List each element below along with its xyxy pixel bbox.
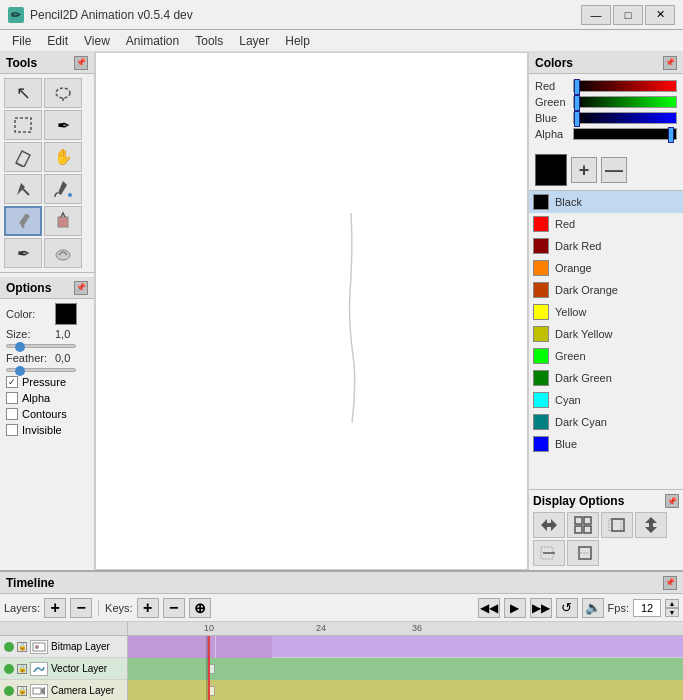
color-item-cyan[interactable]: Cyan — [529, 389, 683, 411]
menu-help[interactable]: Help — [277, 32, 318, 50]
svg-point-5 — [68, 193, 72, 197]
layer-names: 🔒 Bitmap Layer 🔒 Vector Layer 🔒 — [0, 622, 128, 700]
next-onion-button[interactable] — [567, 540, 599, 566]
add-layer-button[interactable]: + — [44, 598, 66, 618]
color-preview-swatch[interactable] — [535, 154, 567, 186]
playhead[interactable] — [208, 636, 210, 700]
pencil-tool-btn[interactable] — [4, 206, 42, 236]
alpha-knob[interactable] — [668, 127, 674, 143]
feather-slider[interactable] — [6, 368, 76, 372]
color-item-darkorange[interactable]: Dark Orange — [529, 279, 683, 301]
remove-color-button[interactable]: — — [601, 157, 627, 183]
red-knob[interactable] — [574, 79, 580, 95]
alpha-checkbox[interactable] — [6, 392, 18, 404]
contours-checkbox[interactable] — [6, 408, 18, 420]
remove-layer-button[interactable]: − — [70, 598, 92, 618]
camera-layer-visibility[interactable] — [4, 686, 14, 696]
hand-tool-btn[interactable]: ✋ — [44, 142, 82, 172]
menu-animation[interactable]: Animation — [118, 32, 187, 50]
pen-tool-btn[interactable] — [4, 174, 42, 204]
prev-onion-button[interactable] — [533, 540, 565, 566]
minimize-button[interactable]: — — [581, 5, 611, 25]
camera-layer-lock[interactable]: 🔒 — [17, 686, 27, 696]
pressure-checkbox[interactable] — [6, 376, 18, 388]
fps-input[interactable] — [633, 599, 661, 617]
bitmap-layer-lock[interactable]: 🔒 — [17, 642, 27, 652]
layer-row-camera[interactable]: 🔒 Camera Layer — [0, 680, 127, 700]
tools-pin[interactable]: 📌 — [74, 56, 88, 70]
color-item-blue[interactable]: Blue — [529, 433, 683, 455]
blue-knob[interactable] — [574, 111, 580, 127]
red-slider[interactable] — [573, 80, 677, 92]
frame-num-36: 36 — [412, 623, 422, 633]
grid-button[interactable] — [567, 512, 599, 538]
select-tool-btn[interactable]: ↖ — [4, 78, 42, 108]
menu-layer[interactable]: Layer — [231, 32, 277, 50]
timeline-frames[interactable]: 10 24 36 — [128, 622, 683, 700]
color-swatch[interactable] — [55, 303, 77, 325]
flip-h-button[interactable] — [533, 512, 565, 538]
options-pin[interactable]: 📌 — [74, 281, 88, 295]
sound-button[interactable]: 🔈 — [582, 598, 604, 618]
duplicate-key-button[interactable]: ⊕ — [189, 598, 211, 618]
fast-play-button[interactable]: ▶▶ — [530, 598, 552, 618]
color-pick-tool-btn[interactable]: ✒ — [4, 238, 42, 268]
main-layout: Tools 📌 ↖ ✒ ✋ — [0, 52, 683, 570]
onion-button[interactable] — [601, 512, 633, 538]
color-item-darkcyan[interactable]: Dark Cyan — [529, 411, 683, 433]
smudge-tool-btn[interactable] — [44, 238, 82, 268]
size-slider[interactable] — [6, 344, 76, 348]
menu-edit[interactable]: Edit — [39, 32, 76, 50]
eyedropper-tool-btn[interactable]: ✒ — [44, 110, 82, 140]
timeline-pin[interactable]: 📌 — [663, 576, 677, 590]
layer-row-vector[interactable]: 🔒 Vector Layer — [0, 658, 127, 680]
maximize-button[interactable]: □ — [613, 5, 643, 25]
add-color-button[interactable]: + — [571, 157, 597, 183]
colors-pin[interactable]: 📌 — [663, 56, 677, 70]
vector-layer-lock[interactable]: 🔒 — [17, 664, 27, 674]
invisible-checkbox[interactable] — [6, 424, 18, 436]
green-knob[interactable] — [574, 95, 580, 111]
rect-select-tool-btn[interactable] — [4, 110, 42, 140]
remove-key-button[interactable]: − — [163, 598, 185, 618]
color-item-red[interactable]: Red — [529, 213, 683, 235]
menu-tools[interactable]: Tools — [187, 32, 231, 50]
bitmap-layer-name: Bitmap Layer — [51, 641, 123, 652]
paintbucket-tool-btn[interactable] — [44, 174, 82, 204]
lasso-tool-btn[interactable] — [44, 78, 82, 108]
add-key-button[interactable]: + — [137, 598, 159, 618]
contours-row: Contours — [6, 408, 88, 420]
vector-layer-visibility[interactable] — [4, 664, 14, 674]
color-item-orange[interactable]: Orange — [529, 257, 683, 279]
green-slider[interactable] — [573, 96, 677, 108]
display-options-pin[interactable]: 📌 — [665, 494, 679, 508]
timeline-content: 🔒 Bitmap Layer 🔒 Vector Layer 🔒 — [0, 622, 683, 700]
flip-v-button[interactable] — [635, 512, 667, 538]
color-item-black[interactable]: Black — [529, 191, 683, 213]
play-button[interactable]: ▶ — [504, 598, 526, 618]
alpha-slider[interactable] — [573, 128, 677, 140]
menu-file[interactable]: File — [4, 32, 39, 50]
color-item-darkyellow[interactable]: Dark Yellow — [529, 323, 683, 345]
feather-slider-thumb[interactable] — [15, 366, 25, 376]
fps-down-button[interactable]: ▼ — [665, 608, 679, 617]
fps-up-button[interactable]: ▲ — [665, 599, 679, 608]
layer-row-bitmap[interactable]: 🔒 Bitmap Layer — [0, 636, 127, 658]
bucket-fill-tool-btn[interactable] — [44, 206, 82, 236]
loop-button[interactable]: ↺ — [556, 598, 578, 618]
color-name-darkcyan: Dark Cyan — [555, 416, 607, 428]
blue-slider[interactable] — [573, 112, 677, 124]
size-slider-thumb[interactable] — [15, 342, 25, 352]
menu-view[interactable]: View — [76, 32, 118, 50]
bitmap-layer-visibility[interactable] — [4, 642, 14, 652]
canvas-area[interactable] — [95, 52, 528, 570]
color-item-green[interactable]: Green — [529, 345, 683, 367]
prev-frame-button[interactable]: ◀◀ — [478, 598, 500, 618]
color-item-darkgreen[interactable]: Dark Green — [529, 367, 683, 389]
eraser-tool-btn[interactable] — [4, 142, 42, 172]
color-item-yellow[interactable]: Yellow — [529, 301, 683, 323]
color-preview-area: + — — [529, 150, 683, 190]
color-item-darkred[interactable]: Dark Red — [529, 235, 683, 257]
close-button[interactable]: ✕ — [645, 5, 675, 25]
app-title: Pencil2D Animation v0.5.4 dev — [30, 8, 193, 22]
